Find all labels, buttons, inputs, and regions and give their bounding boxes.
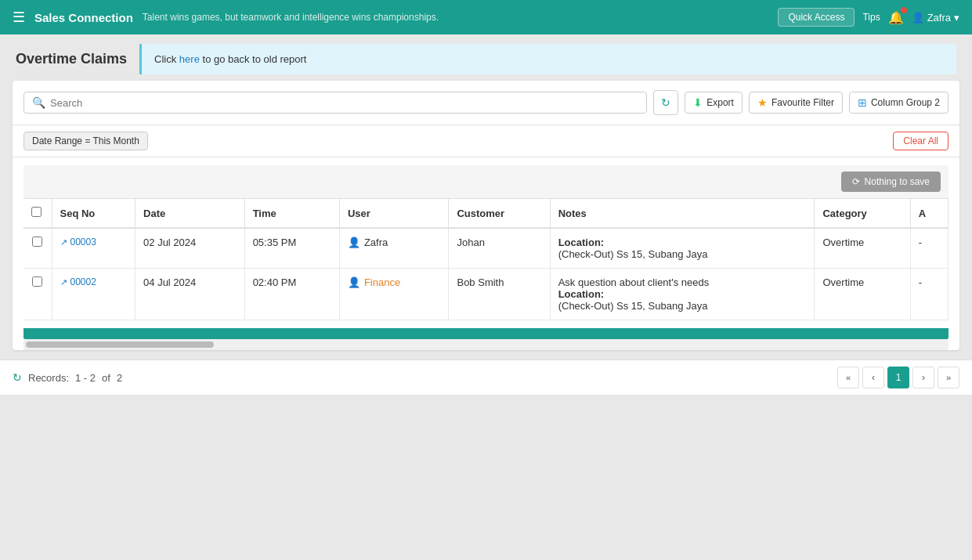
header-category: Category xyxy=(815,199,910,228)
select-all-checkbox[interactable] xyxy=(31,207,42,217)
favourite-filter-label: Favourite Filter xyxy=(771,97,834,108)
row2-notes: Ask question about client's needs Locati… xyxy=(550,269,815,320)
export-label: Export xyxy=(706,97,734,108)
records-range: 1 - 2 xyxy=(75,372,96,384)
filter-row: Date Range = This Month Clear All xyxy=(13,125,959,157)
data-table: Seq No Date Time User Customer Notes Cat… xyxy=(23,199,949,320)
refresh-icon: ↻ xyxy=(661,96,670,109)
last-page-button[interactable]: » xyxy=(938,367,959,388)
row2-seq-no: ↗ 00002 xyxy=(52,269,136,320)
favourite-filter-button[interactable]: ★ Favourite Filter xyxy=(749,92,843,114)
banner-prefix: Click xyxy=(154,53,179,65)
footer-refresh-icon[interactable]: ↻ xyxy=(13,371,22,384)
nothing-to-save-button: ⟳ Nothing to save xyxy=(841,172,941,192)
row1-a: - xyxy=(910,228,948,269)
row2-checkbox-cell xyxy=(23,269,52,320)
row1-user: 👤 Zafra xyxy=(339,228,449,269)
row1-date: 02 Jul 2024 xyxy=(136,228,245,269)
row2-notes-line1: Ask question about client's needs xyxy=(558,276,710,288)
column-group-label: Column Group 2 xyxy=(871,97,940,108)
refresh-button[interactable]: ↻ xyxy=(653,90,678,115)
content-card: 🔍 ↻ ⬇ Export ★ Favourite Filter ⊞ Column… xyxy=(13,81,959,350)
user-chevron-icon: ▾ xyxy=(954,12,959,23)
table-row: ↗ 00002 04 Jul 2024 02:40 PM 👤 Finance xyxy=(23,269,949,320)
table-section: ⟳ Nothing to save Seq No Date Time User … xyxy=(23,165,949,320)
column-icon: ⊞ xyxy=(858,96,867,109)
row2-category: Overtime xyxy=(815,269,910,320)
nothing-to-save-label: Nothing to save xyxy=(865,176,930,187)
prev-page-button[interactable]: ‹ xyxy=(862,367,884,388)
header-notes: Notes xyxy=(550,199,815,228)
row2-notes-value: (Check-Out) Ss 15, Subang Jaya xyxy=(558,300,708,312)
row2-notes-label: Location: xyxy=(558,288,605,300)
pagination: « ‹ 1 › » xyxy=(837,367,959,388)
toolbar: 🔍 ↻ ⬇ Export ★ Favourite Filter ⊞ Column… xyxy=(13,81,959,125)
banner-section: Click here to go back to old report xyxy=(139,44,956,74)
scrollbar-thumb[interactable] xyxy=(26,341,214,348)
header-time: Time xyxy=(244,199,339,228)
row1-notes-label: Location: xyxy=(558,237,605,248)
user-person-icon: 👤 xyxy=(348,237,360,248)
date-range-chip[interactable]: Date Range = This Month xyxy=(23,132,148,150)
page-title-section: Overtime Claims xyxy=(16,44,127,74)
row1-seq-link[interactable]: 00003 xyxy=(70,237,96,247)
tips-button[interactable]: Tips xyxy=(862,12,880,23)
row1-user-name: Zafra xyxy=(364,237,388,248)
export-icon: ⬇ xyxy=(693,96,703,109)
records-of: of xyxy=(102,372,110,384)
table-header-row: Seq No Date Time User Customer Notes Cat… xyxy=(23,199,949,228)
header-user: User xyxy=(339,199,449,228)
table-footer: ↻ Records: 1 - 2 of 2 « ‹ 1 › » xyxy=(0,359,972,395)
header-a: A xyxy=(910,199,948,228)
hamburger-icon[interactable]: ☰ xyxy=(13,9,25,26)
external-link-icon: ↗ xyxy=(60,277,67,287)
search-icon: 🔍 xyxy=(32,96,45,109)
banner-link[interactable]: here xyxy=(179,53,200,65)
page-header-row: Overtime Claims Click here to go back to… xyxy=(0,34,972,81)
clear-all-button[interactable]: Clear All xyxy=(893,132,949,150)
star-icon: ★ xyxy=(757,96,768,109)
row2-checkbox[interactable] xyxy=(32,276,42,287)
row1-category: Overtime xyxy=(815,228,910,269)
bell-icon[interactable]: 🔔 xyxy=(888,10,904,25)
user-person-icon: 👤 xyxy=(348,276,360,288)
row1-seq-no: ↗ 00003 xyxy=(52,228,136,269)
first-page-button[interactable]: « xyxy=(837,367,859,388)
row2-time: 02:40 PM xyxy=(244,269,339,320)
external-link-icon: ↗ xyxy=(60,237,67,247)
row1-notes: Location: (Check-Out) Ss 15, Subang Jaya xyxy=(550,228,815,269)
row1-customer: Johan xyxy=(449,228,550,269)
row2-customer: Bob Smith xyxy=(449,269,550,320)
header-checkbox-col xyxy=(23,199,52,228)
records-info: ↻ Records: 1 - 2 of 2 xyxy=(13,371,122,384)
user-menu[interactable]: 👤 Zafra ▾ xyxy=(912,12,959,23)
header-seq-no: Seq No xyxy=(52,199,136,228)
table-toolbar: ⟳ Nothing to save xyxy=(23,165,949,199)
row1-time: 05:35 PM xyxy=(244,228,339,269)
next-page-button[interactable]: › xyxy=(912,367,934,388)
quick-access-button[interactable]: Quick Access xyxy=(778,8,855,27)
export-button[interactable]: ⬇ Export xyxy=(685,92,743,114)
row2-a: - xyxy=(910,269,948,320)
main-content: Overtime Claims Click here to go back to… xyxy=(0,34,972,560)
row2-seq-link[interactable]: 00002 xyxy=(70,276,96,287)
column-group-button[interactable]: ⊞ Column Group 2 xyxy=(849,92,949,114)
row1-checkbox[interactable] xyxy=(32,237,42,247)
old-report-banner: Click here to go back to old report xyxy=(139,44,956,74)
row1-notes-value: (Check-Out) Ss 15, Subang Jaya xyxy=(558,248,708,260)
header-customer: Customer xyxy=(449,199,550,228)
search-wrapper: 🔍 xyxy=(23,92,647,114)
search-input[interactable] xyxy=(50,97,638,109)
row2-user-name: Finance xyxy=(364,276,400,288)
records-label: Records: xyxy=(28,372,69,384)
header-date: Date xyxy=(136,199,245,228)
banner-suffix: to go back to old report xyxy=(203,53,307,65)
bell-badge xyxy=(901,7,907,13)
save-icon: ⟳ xyxy=(852,176,860,187)
table-row: ↗ 00003 02 Jul 2024 05:35 PM 👤 Zafra xyxy=(23,228,949,269)
user-name: Zafra xyxy=(927,12,951,23)
horizontal-scrollbar[interactable] xyxy=(23,339,949,350)
topnav-right-section: Quick Access Tips 🔔 👤 Zafra ▾ xyxy=(778,8,959,27)
current-page-button[interactable]: 1 xyxy=(887,367,909,388)
records-total: 2 xyxy=(117,372,122,384)
